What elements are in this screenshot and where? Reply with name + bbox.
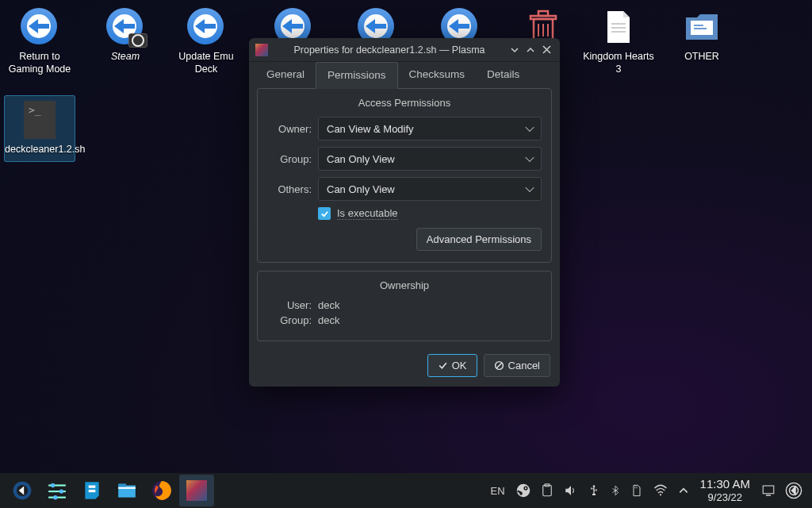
task-properties-window[interactable] [179,475,214,506]
executable-checkbox[interactable] [318,207,331,220]
svg-rect-24 [118,483,126,487]
chevron-down-icon [525,153,534,162]
svg-rect-41 [766,495,771,496]
advanced-permissions-button[interactable]: Advanced Permissions [416,228,542,251]
desktop-icon[interactable]: Return to Gaming Mode [4,8,75,75]
titlebar[interactable]: Properties for deckcleaner1.2.sh — Plasm… [249,38,560,62]
tray-steam-icon[interactable] [511,475,535,506]
clock-time: 11:30 AM [700,477,750,491]
tray-network-icon[interactable] [648,475,673,506]
desktop-icon[interactable]: OTHER [666,8,737,64]
chevron-down-icon [525,183,534,192]
tray-chevron-icon[interactable] [673,475,694,506]
tab-checksums[interactable]: Checksums [398,62,477,88]
tab-general[interactable]: General [255,62,316,88]
desktop-icon-label: Update Emu Deck [170,51,242,75]
tray-clipboard-icon[interactable] [535,475,559,506]
tray-volume-icon[interactable] [559,475,583,506]
dialog-buttons: OK Cancel [249,349,560,387]
svg-rect-40 [763,486,774,494]
svg-rect-35 [593,487,594,494]
access-permissions-pane: Access Permissions Owner:Can View & Modi… [257,88,552,263]
executable-label[interactable]: Is executable [337,207,398,220]
permission-row: Group:Can Only View [267,147,542,171]
ownership-title: Ownership [267,279,542,291]
svg-rect-22 [89,490,96,492]
desktop-icon[interactable]: Kingdom Hearts 3 [583,8,654,75]
svg-rect-2 [538,11,548,16]
window-icon [255,44,268,56]
desktop-icon-label: OTHER [666,51,737,64]
svg-rect-36 [592,494,596,495]
keyboard-layout[interactable]: EN [485,485,511,497]
document-icon [599,8,638,46]
ok-label: OK [452,360,467,371]
permission-row: Owner:Can View & Modify [267,117,542,140]
maximize-button[interactable] [523,43,538,57]
task-settings[interactable] [40,475,75,506]
ownership-user-label: User: [267,299,312,311]
svg-point-20 [53,495,57,499]
cancel-button[interactable]: Cancel [484,354,550,377]
tray-usb-icon[interactable] [583,475,605,506]
permission-row: Others:Can Only View [267,177,542,201]
tab-details[interactable]: Details [476,62,530,88]
app-icon [21,8,59,46]
combo-value: Can Only View [327,183,395,195]
permission-label: Others: [267,183,312,195]
pane-title: Access Permissions [267,97,542,109]
desktop-icon-label: deckcleaner1.2.sh [5,144,75,156]
cancel-icon [494,360,504,371]
app-launcher[interactable] [5,475,40,506]
svg-point-16 [51,483,55,487]
combo-value: Can View & Modify [327,123,414,135]
minimize-button[interactable] [508,43,522,57]
cancel-label: Cancel [508,360,540,371]
svg-point-39 [659,494,661,495]
app-icon [187,8,225,46]
permission-combo[interactable]: Can View & Modify [318,117,542,140]
desktop-icon[interactable]: Update Emu Deck [170,8,242,75]
executable-row: Is executable [318,207,542,220]
permission-combo[interactable]: Can Only View [318,147,542,171]
combo-value: Can Only View [327,153,395,165]
folder-icon [683,8,721,46]
svg-rect-25 [118,487,136,489]
svg-point-18 [59,489,63,493]
desktop-icon[interactable]: deckcleaner1.2.sh [4,95,75,162]
permission-label: Owner: [267,123,312,135]
ownership-pane: Ownership User:deck Group:deck [257,271,552,341]
permission-label: Group: [267,153,312,165]
svg-point-29 [524,487,526,489]
tray-desktop-icon[interactable] [756,475,780,506]
desktop-icon-label: Return to Gaming Mode [4,51,75,75]
chevron-down-icon [525,123,534,132]
properties-dialog: Properties for deckcleaner1.2.sh — Plasm… [249,38,560,387]
tray-sdcard-icon[interactable] [626,475,648,506]
ok-button[interactable]: OK [427,354,477,377]
ownership-group-value: deck [318,314,339,326]
svg-rect-21 [89,486,96,488]
task-dolphin[interactable] [109,475,144,506]
close-button[interactable] [539,43,553,57]
ownership-group-label: Group: [267,314,312,326]
permission-combo[interactable]: Can Only View [318,177,542,201]
ownership-user-value: deck [318,299,339,311]
desktop-icon-label: Steam [90,51,161,64]
taskbar-clock[interactable]: 11:30 AM 9/23/22 [694,477,756,504]
check-icon [438,360,448,371]
task-discover[interactable] [75,475,109,506]
desktop-icon[interactable]: Steam [90,8,161,64]
taskbar: EN 11:30 AM 9/23/22 [0,473,812,508]
clock-date: 9/23/22 [700,491,750,504]
script-file-icon [24,101,56,139]
tab-permissions[interactable]: Permissions [316,62,398,89]
tray-steamdeck-icon[interactable] [780,475,807,506]
svg-point-27 [516,484,530,498]
tray-bluetooth-icon[interactable] [605,475,626,506]
desktop-icon-label: Kingdom Hearts 3 [583,51,654,75]
tab-bar: GeneralPermissionsChecksumsDetails [249,62,560,88]
app-icon [106,8,144,46]
task-firefox[interactable] [144,475,179,506]
window-title: Properties for deckcleaner1.2.sh — Plasm… [273,44,506,56]
